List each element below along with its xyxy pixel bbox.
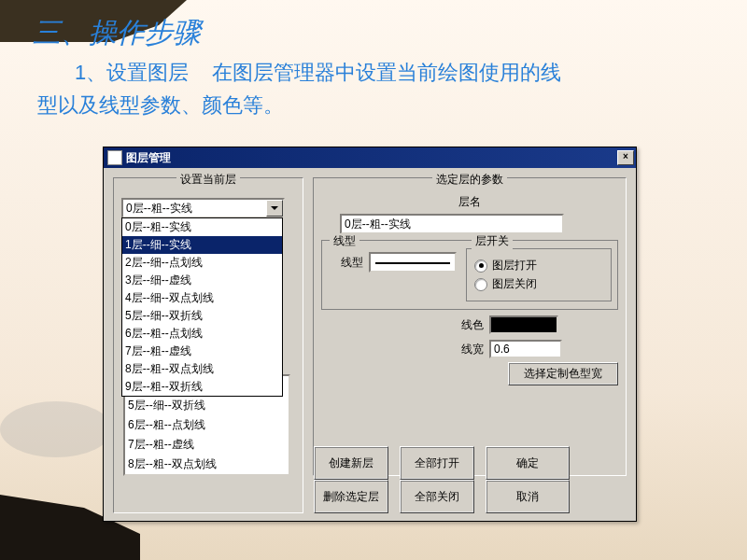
list-item[interactable]: 7层--粗--虚线 bbox=[125, 435, 289, 455]
list-item[interactable]: 6层--粗--点划线 bbox=[125, 415, 289, 435]
list-item[interactable]: 5层--细--双折线 bbox=[125, 396, 289, 415]
layer-close-radio[interactable]: 图层关闭 bbox=[474, 276, 603, 292]
dialog-titlebar[interactable]: 图层管理 × bbox=[104, 147, 636, 168]
switch-legend: 层开关 bbox=[472, 233, 513, 249]
line-color-label: 线色 bbox=[461, 317, 484, 333]
radio-label: 图层打开 bbox=[492, 258, 537, 273]
line-color-swatch[interactable] bbox=[489, 315, 558, 334]
dialog-button-row: 创建新层 全部打开 确定 删除选定层 全部关闭 取消 bbox=[314, 450, 570, 510]
slide-body: 1、设置图层 在图层管理器中设置当前绘图使用的线 型以及线型参数、颜色等。 bbox=[37, 56, 710, 121]
dropdown-item[interactable]: 3层--细--虚线 bbox=[122, 272, 282, 289]
linetype-switch-group: 线型 线型 层开关 图层打开 bbox=[321, 240, 618, 310]
dropdown-item[interactable]: 9层--粗--双折线 bbox=[122, 378, 282, 396]
dropdown-item[interactable]: 5层--细--双折线 bbox=[122, 307, 282, 325]
linetype-legend: 线型 bbox=[330, 233, 359, 249]
close-button[interactable]: × bbox=[617, 150, 634, 165]
linetype-label: 线型 bbox=[328, 255, 363, 271]
dropdown-item[interactable]: 6层--粗--点划线 bbox=[122, 325, 282, 343]
ok-button[interactable]: 确定 bbox=[486, 446, 570, 480]
current-layer-combo[interactable]: 0层--粗--实线 0层--粗--实线 1层--细--实线 2层--细--点划线… bbox=[121, 198, 285, 218]
radio-icon bbox=[474, 278, 487, 291]
combo-dropdown-button[interactable] bbox=[266, 200, 283, 217]
layer-dropdown-list[interactable]: 0层--粗--实线 1层--细--实线 2层--细--点划线 3层--细--虚线… bbox=[121, 217, 283, 397]
create-new-layer-button[interactable]: 创建新层 bbox=[314, 446, 388, 480]
close-all-button[interactable]: 全部关闭 bbox=[400, 480, 474, 513]
dropdown-item[interactable]: 2层--细--点划线 bbox=[122, 254, 282, 272]
dropdown-item[interactable]: 7层--粗--虚线 bbox=[122, 343, 282, 360]
step-number: 1、设置图层 bbox=[75, 61, 189, 84]
right-panel-legend: 选定层的参数 bbox=[432, 172, 507, 188]
layer-name-label: 层名 bbox=[458, 195, 481, 208]
radio-icon bbox=[474, 259, 487, 273]
linetype-preview[interactable] bbox=[369, 252, 457, 273]
layer-manager-dialog: 图层管理 × 设置当前层 0层--粗--实线 0层--粗--实线 1层--细--… bbox=[103, 147, 637, 522]
layer-open-radio[interactable]: 图层打开 bbox=[474, 258, 603, 273]
dialog-title: 图层管理 bbox=[126, 150, 171, 166]
radio-label: 图层关闭 bbox=[492, 276, 537, 292]
step-text-2: 型以及线型参数、颜色等。 bbox=[37, 93, 284, 117]
bg-decoration-cloud bbox=[0, 401, 112, 457]
dropdown-item[interactable]: 4层--细--双点划线 bbox=[122, 289, 282, 307]
dropdown-item[interactable]: 0层--粗--实线 bbox=[122, 218, 282, 236]
chevron-down-icon bbox=[271, 206, 278, 210]
list-item[interactable]: 8层--粗--双点划线 bbox=[125, 455, 289, 474]
layer-switch-group: 层开关 图层打开 图层关闭 bbox=[466, 248, 612, 301]
custom-color-type-width-button[interactable]: 选择定制色型宽 bbox=[508, 362, 618, 385]
delete-layer-button[interactable]: 删除选定层 bbox=[314, 480, 388, 513]
line-width-input[interactable]: 0.6 bbox=[489, 340, 562, 358]
app-icon bbox=[107, 150, 122, 165]
cancel-button[interactable]: 取消 bbox=[486, 480, 570, 513]
open-all-button[interactable]: 全部打开 bbox=[400, 446, 474, 480]
selected-layer-params-panel: 选定层的参数 层名 0层--粗--实线 线型 线型 层开关 bbox=[313, 177, 627, 476]
layer-name-input[interactable]: 0层--粗--实线 bbox=[340, 214, 564, 234]
dropdown-item[interactable]: 1层--细--实线 bbox=[122, 236, 282, 254]
set-current-layer-panel: 设置当前层 0层--粗--实线 0层--粗--实线 1层--细--实线 2层--… bbox=[113, 177, 303, 513]
combo-value: 0层--粗--实线 bbox=[123, 201, 266, 217]
slide-title: 三、操作步骤 bbox=[33, 14, 201, 52]
line-width-label: 线宽 bbox=[461, 342, 484, 357]
step-text-1: 在图层管理器中设置当前绘图使用的线 bbox=[212, 61, 561, 84]
dropdown-item[interactable]: 8层--粗--双点划线 bbox=[122, 360, 282, 378]
left-panel-legend: 设置当前层 bbox=[176, 172, 240, 188]
